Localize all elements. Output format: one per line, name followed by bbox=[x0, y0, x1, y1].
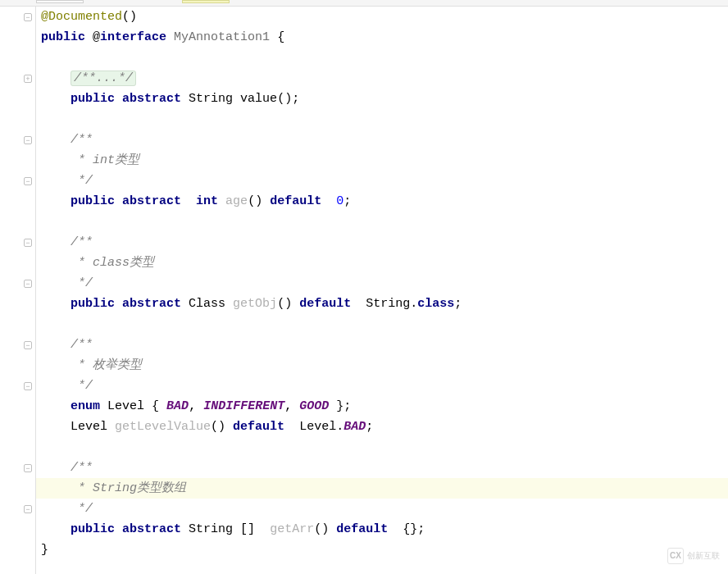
gutter[interactable]: − + − − − − − − − − bbox=[0, 7, 36, 574]
code-line[interactable]: public abstract String [] getArr() defau… bbox=[41, 519, 728, 540]
parens: () bbox=[277, 297, 292, 311]
javadoc-close: */ bbox=[71, 174, 93, 188]
code-area[interactable]: @Documented() public @interface MyAnnota… bbox=[36, 7, 728, 574]
code-line[interactable]: /** bbox=[41, 458, 728, 478]
fold-icon[interactable]: − bbox=[24, 280, 32, 288]
keyword-abstract: abstract bbox=[122, 297, 181, 311]
code-line[interactable] bbox=[41, 437, 728, 458]
comma: , bbox=[189, 399, 196, 413]
semicolon: ; bbox=[417, 522, 425, 536]
code-line[interactable]: */ bbox=[41, 171, 728, 191]
code-line[interactable]: */ bbox=[41, 499, 728, 519]
enum-value: GOOD bbox=[299, 399, 329, 413]
fold-icon[interactable]: − bbox=[24, 13, 32, 21]
code-line[interactable]: public abstract Class getObj() default S… bbox=[41, 294, 728, 314]
keyword-interface: interface bbox=[100, 30, 166, 44]
type: String bbox=[189, 92, 233, 106]
keyword-abstract: abstract bbox=[122, 522, 181, 536]
method-name: getArr bbox=[270, 522, 314, 536]
method-name: getObj bbox=[233, 297, 277, 311]
keyword-default: default bbox=[336, 522, 388, 536]
keyword-class: class bbox=[417, 297, 454, 311]
type: Level bbox=[299, 420, 336, 434]
number-literal: 0 bbox=[336, 194, 344, 208]
javadoc-close: */ bbox=[71, 276, 93, 290]
code-line[interactable] bbox=[41, 109, 728, 130]
breadcrumb-box-2 bbox=[182, 0, 230, 3]
code-line[interactable]: /**...*/ bbox=[41, 68, 728, 89]
code-line[interactable] bbox=[41, 314, 728, 335]
expand-icon[interactable]: + bbox=[24, 75, 32, 83]
code-line[interactable]: * 枚举类型 bbox=[41, 355, 728, 376]
javadoc-open: /** bbox=[71, 461, 93, 475]
code-line[interactable]: public abstract String value(); bbox=[41, 89, 728, 109]
keyword-default: default bbox=[233, 420, 284, 434]
code-line[interactable]: * int类型 bbox=[41, 150, 728, 171]
method-name: getLevelValue bbox=[115, 420, 211, 434]
semicolon: ; bbox=[366, 420, 373, 434]
code-line[interactable] bbox=[41, 48, 728, 68]
code-line[interactable]: enum Level { BAD, INDIFFERENT, GOOD }; bbox=[41, 396, 728, 417]
keyword-public: public bbox=[71, 194, 115, 208]
keyword-default: default bbox=[299, 297, 351, 311]
keyword-public: public bbox=[71, 522, 115, 536]
parens: () bbox=[248, 194, 262, 208]
keyword-abstract: abstract bbox=[122, 194, 181, 208]
type: Level bbox=[71, 420, 107, 434]
semicolon: ; bbox=[344, 194, 351, 208]
code-line[interactable]: * String类型数组 bbox=[41, 478, 728, 499]
javadoc-body: * class类型 bbox=[71, 256, 154, 270]
fold-icon[interactable]: − bbox=[24, 341, 32, 349]
at-sign: @ bbox=[93, 30, 100, 44]
code-line[interactable]: @Documented() bbox=[41, 7, 728, 27]
parens: () bbox=[314, 522, 329, 536]
code-line[interactable]: /** bbox=[41, 130, 728, 150]
empty-array: {} bbox=[403, 522, 417, 536]
type: String bbox=[189, 522, 233, 536]
keyword-enum: enum bbox=[71, 399, 100, 413]
fold-icon[interactable]: − bbox=[24, 136, 32, 144]
brace-close: }; bbox=[336, 399, 351, 413]
code-line[interactable]: * class类型 bbox=[41, 253, 728, 273]
enum-value: INDIFFERENT bbox=[203, 399, 284, 413]
code-line[interactable]: } bbox=[41, 540, 728, 560]
keyword-default: default bbox=[270, 194, 321, 208]
fold-icon[interactable]: − bbox=[24, 382, 32, 390]
javadoc-close: */ bbox=[71, 379, 93, 393]
keyword-public: public bbox=[41, 30, 85, 44]
code-line[interactable]: /** bbox=[41, 232, 728, 253]
code-line[interactable] bbox=[41, 212, 728, 232]
keyword-public: public bbox=[71, 92, 115, 106]
tail: (); bbox=[277, 92, 299, 106]
fold-icon[interactable]: − bbox=[24, 239, 32, 247]
close-brace: } bbox=[41, 543, 48, 557]
brace-open: { bbox=[152, 399, 159, 413]
method-name: value bbox=[240, 92, 277, 106]
dot: . bbox=[336, 420, 344, 434]
dot: . bbox=[410, 297, 417, 311]
javadoc-body: * String类型数组 bbox=[71, 481, 186, 495]
code-line[interactable]: Level getLevelValue() default Level.BAD; bbox=[41, 417, 728, 437]
code-line[interactable]: public @interface MyAnnotation1 { bbox=[41, 27, 728, 48]
folded-comment[interactable]: /**...*/ bbox=[71, 71, 136, 86]
enum-value: BAD bbox=[166, 399, 189, 413]
type: String bbox=[366, 297, 410, 311]
code-line[interactable]: /** bbox=[41, 335, 728, 355]
type: Class bbox=[189, 297, 225, 311]
type-name: MyAnnotation1 bbox=[174, 30, 270, 44]
brace: { bbox=[277, 30, 284, 44]
brackets: [] bbox=[240, 522, 255, 536]
fold-icon[interactable]: − bbox=[24, 464, 32, 472]
editor-top-bar bbox=[0, 0, 728, 7]
comma: , bbox=[284, 399, 292, 413]
fold-icon[interactable]: − bbox=[24, 505, 32, 513]
code-line[interactable]: */ bbox=[41, 376, 728, 396]
keyword-public: public bbox=[71, 297, 115, 311]
fold-icon[interactable]: − bbox=[24, 177, 32, 185]
semicolon: ; bbox=[454, 297, 462, 311]
parens: () bbox=[211, 420, 225, 434]
javadoc-close: */ bbox=[71, 502, 93, 516]
parens: () bbox=[122, 10, 137, 24]
code-line[interactable]: public abstract int age() default 0; bbox=[41, 191, 728, 212]
code-line[interactable]: */ bbox=[41, 273, 728, 294]
